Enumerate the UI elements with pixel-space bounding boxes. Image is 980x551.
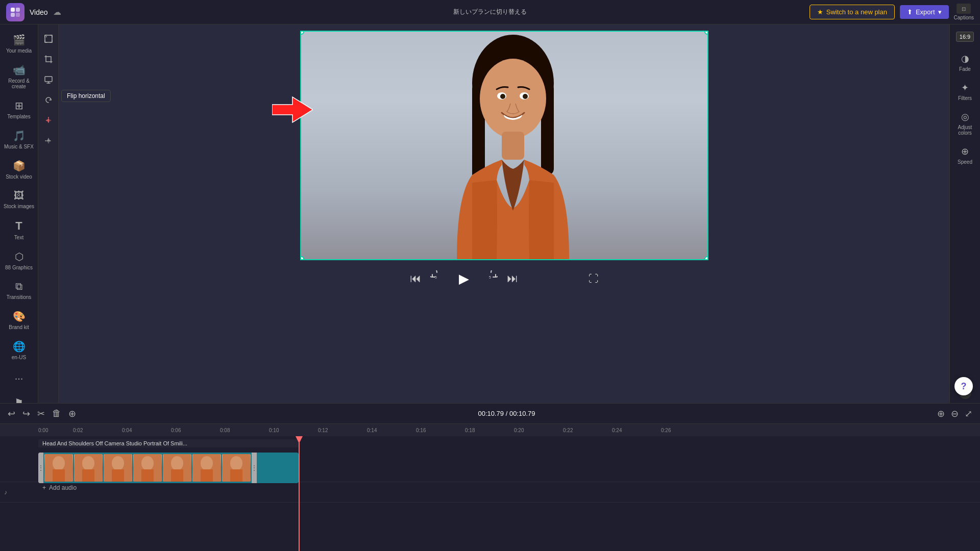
sidebar-item-stock-images[interactable]: 🖼 Stock images: [0, 185, 38, 214]
person-figure: [426, 32, 600, 259]
play-button[interactable]: ▶: [453, 267, 475, 290]
video-track: Head And Shoulders Off Camera Studio Por…: [0, 436, 980, 482]
sidebar-label-brand-kit: Brand kit: [9, 324, 29, 330]
rewind-5s-button[interactable]: 5: [430, 270, 444, 287]
skip-start-button[interactable]: ⏮: [410, 272, 421, 285]
fade-panel-item[interactable]: ◑ Fade: [950, 49, 980, 76]
sidebar-item-transitions[interactable]: ⧉ Transitions: [0, 276, 38, 305]
brand-kit-icon: 🎨: [13, 310, 26, 322]
svg-rect-0: [11, 8, 15, 12]
display-tool[interactable]: [40, 71, 57, 88]
track-label-audio: ♪: [0, 489, 38, 496]
clip-handle-right[interactable]: ⋮: [252, 453, 257, 483]
flip-vertical-tool[interactable]: [40, 133, 57, 149]
aspect-ratio-badge[interactable]: 16:9: [956, 32, 974, 42]
forward-5s-button[interactable]: 5: [484, 270, 498, 287]
svg-rect-32: [141, 469, 154, 482]
tool-panel: Flip horizontal: [38, 24, 59, 403]
svg-text:5: 5: [435, 276, 437, 279]
right-panel: 16:9 ◑ Fade ✦ Filters ◎ Adjust colors ⊕ …: [949, 24, 980, 403]
captions-icon: ⊡: [957, 4, 971, 14]
clip-handle-left[interactable]: ⋮: [38, 453, 43, 483]
sidebar-label-record-create: Record & create: [2, 78, 36, 89]
zoom-out-button[interactable]: ⊖: [949, 407, 960, 421]
media-icon: 🎬: [13, 34, 26, 46]
switch-plan-label: Switch to a new plan: [826, 8, 887, 16]
sidebar-item-feature-flags[interactable]: ⚑ Feature Flags: [0, 391, 38, 403]
fullscreen-button[interactable]: ⛶: [589, 273, 599, 285]
svg-point-17: [523, 94, 528, 99]
sidebar-label-transitions: Transitions: [7, 294, 32, 300]
svg-rect-35: [171, 469, 183, 482]
clip-thumb-2: [74, 454, 103, 482]
clip-thumb-5: [163, 454, 191, 482]
crop-tool[interactable]: [40, 51, 57, 67]
sidebar-item-templates[interactable]: ⊞ Templates: [0, 94, 38, 124]
video-container[interactable]: [300, 31, 708, 260]
sidebar-item-your-media[interactable]: 🎬 Your media: [0, 29, 38, 59]
adjust-colors-label: Adjust colors: [952, 124, 978, 136]
playback-controls: ⏮ 5 ▶ 5 ⏭ ⛶: [410, 267, 599, 290]
speed-label: Speed: [958, 159, 972, 165]
duplicate-button[interactable]: ⊕: [67, 407, 78, 421]
svg-text:5: 5: [489, 276, 491, 279]
fit-timeline-button[interactable]: ⤢: [963, 407, 974, 421]
delete-button[interactable]: 🗑: [51, 407, 63, 420]
ruler-mark-4: 0:08: [220, 428, 269, 433]
add-audio-button[interactable]: + Add audio: [38, 482, 980, 493]
fit-tool[interactable]: [40, 31, 57, 47]
filters-panel-item[interactable]: ✦ Filters: [950, 78, 980, 105]
switch-plan-button[interactable]: ★ Switch to a new plan: [810, 5, 895, 19]
more-icon: ···: [15, 372, 23, 384]
handle-bottom-left[interactable]: [300, 256, 304, 260]
sidebar-label-stock-images: Stock images: [4, 204, 34, 209]
ruler-mark-7: 0:14: [367, 428, 416, 433]
left-sidebar: 🎬 Your media 📹 Record & create ⊞ Templat…: [0, 24, 38, 403]
adjust-colors-panel-item[interactable]: ◎ Adjust colors: [950, 107, 980, 140]
dropdown-icon: ▾: [938, 8, 942, 16]
flip-horizontal-tool[interactable]: [40, 112, 57, 129]
topbar-actions: ★ Switch to a new plan ⬆ Export ▾ ⊡ Capt…: [810, 4, 974, 20]
svg-rect-1: [16, 8, 20, 12]
filters-label: Filters: [958, 95, 972, 101]
clip-label: Head And Shoulders Off Camera Studio Por…: [38, 439, 299, 447]
cut-button[interactable]: ✂: [36, 407, 46, 421]
svg-point-22: [53, 456, 65, 470]
sidebar-item-brand-kit[interactable]: 🎨 Brand kit: [0, 305, 38, 335]
zoom-in-button[interactable]: ⊕: [936, 407, 946, 421]
svg-point-37: [201, 456, 213, 470]
export-button[interactable]: ⬆ Export ▾: [900, 5, 949, 19]
sidebar-item-more[interactable]: ···: [0, 367, 38, 389]
cursor-arrow: [272, 94, 313, 125]
timeline-tracks: Head And Shoulders Off Camera Studio Por…: [0, 436, 980, 551]
sidebar-label-graphics: 88 Graphics: [5, 265, 33, 270]
stock-images-icon: 🖼: [14, 190, 24, 202]
undo-button[interactable]: ↩: [6, 407, 17, 421]
svg-point-34: [171, 456, 183, 470]
sidebar-item-language[interactable]: 🌐 en-US: [0, 335, 38, 365]
sidebar-item-text[interactable]: T Text: [0, 214, 38, 245]
timeline-ruler: 0:00 0:02 0:04 0:06 0:08 0:10 0:12 0:14 …: [0, 424, 980, 436]
fade-icon: ◑: [961, 53, 969, 64]
speed-panel-item[interactable]: ⊕ Speed: [950, 142, 980, 169]
sidebar-item-record-create[interactable]: 📹 Record & create: [0, 59, 38, 94]
graphics-icon: ⬡: [15, 251, 23, 263]
main-layout: 🎬 Your media 📹 Record & create ⊞ Templat…: [0, 24, 980, 403]
skip-end-button[interactable]: ⏭: [507, 272, 518, 285]
ruler-mark-6: 0:12: [318, 428, 367, 433]
zoom-controls: ⊕ ⊖ ⤢: [936, 407, 974, 421]
help-button[interactable]: ?: [954, 377, 973, 395]
svg-point-25: [82, 456, 94, 470]
rotate-tool[interactable]: [40, 92, 57, 108]
sidebar-item-stock-video[interactable]: 📦 Stock video: [0, 155, 38, 185]
clip-thumb-4: [133, 454, 162, 482]
redo-button[interactable]: ↪: [21, 407, 32, 421]
handle-bottom-right[interactable]: [704, 256, 708, 260]
sidebar-item-graphics[interactable]: ⬡ 88 Graphics: [0, 245, 38, 276]
captions-button[interactable]: ⊡ Captions: [954, 4, 974, 20]
clip-thumbnails: [43, 453, 252, 483]
sidebar-item-music-sfx[interactable]: 🎵 Music & SFX: [0, 124, 38, 155]
sidebar-label-music-sfx: Music & SFX: [4, 144, 34, 149]
speed-icon: ⊕: [961, 146, 969, 157]
video-clip[interactable]: ⋮: [38, 453, 299, 483]
